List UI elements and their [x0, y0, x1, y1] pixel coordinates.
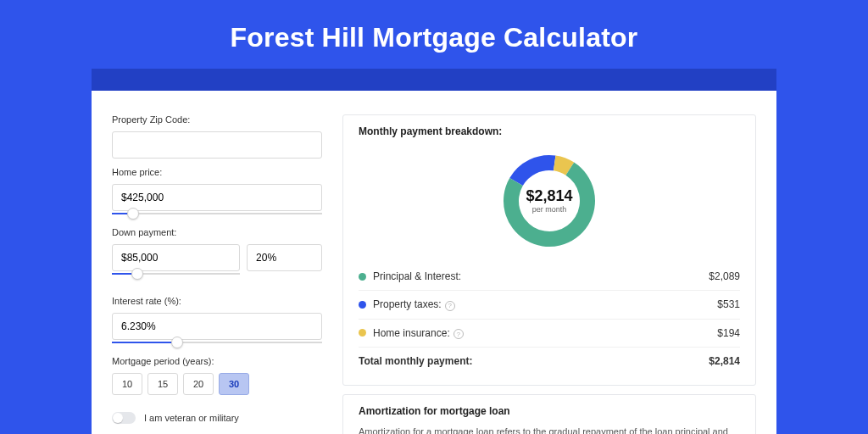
period-group-wrap: Mortgage period (years): 10152030 [112, 356, 322, 395]
total-value: $2,814 [709, 355, 740, 367]
price-slider[interactable] [112, 210, 322, 217]
rate-slider[interactable] [112, 339, 322, 346]
breakdown-row: Principal & Interest:$2,089 [359, 263, 740, 291]
donut-chart-wrap: $2,814 per month [359, 144, 740, 263]
page-root: Forest Hill Mortgage Calculator Property… [0, 0, 868, 434]
legend-dot [359, 273, 366, 281]
price-group: Home price: [112, 167, 322, 217]
breakdown-panel: Monthly payment breakdown: $2,814 per mo… [342, 114, 756, 386]
amortization-title: Amortization for mortgage loan [359, 405, 740, 417]
breakdown-item-value: $194 [717, 327, 740, 339]
down-label: Down payment: [112, 227, 322, 237]
veteran-toggle[interactable] [112, 412, 136, 424]
zip-label: Property Zip Code: [112, 114, 322, 125]
toggle-knob [113, 413, 123, 423]
legend-dot [359, 301, 366, 309]
price-label: Home price: [112, 167, 322, 177]
total-label: Total monthly payment: [359, 355, 709, 367]
amortization-body: Amortization for a mortgage loan refers … [359, 426, 740, 434]
zip-group: Property Zip Code: [112, 114, 322, 159]
donut-slice [509, 155, 555, 186]
rate-group: Interest rate (%): [112, 296, 322, 346]
period-button-group: 10152030 [112, 373, 322, 395]
breakdown-item-value: $2,089 [709, 270, 740, 282]
down-percent-input[interactable] [247, 244, 322, 271]
down-group: Down payment: [112, 227, 322, 287]
form-panel: Property Zip Code: Home price: Down paym… [112, 114, 322, 434]
price-input[interactable] [112, 184, 322, 211]
calculator-card: Property Zip Code: Home price: Down paym… [92, 91, 776, 434]
breakdown-item-label: Principal & Interest: [373, 270, 709, 282]
rate-label: Interest rate (%): [112, 296, 322, 306]
period-button-20[interactable]: 20 [183, 373, 214, 395]
down-slider[interactable] [112, 270, 240, 277]
breakdown-title: Monthly payment breakdown: [359, 125, 740, 137]
breakdown-item-value: $531 [717, 298, 740, 310]
period-button-15[interactable]: 15 [147, 373, 178, 395]
legend-dot [359, 329, 366, 337]
breakdown-item-label: Home insurance:? [373, 327, 717, 340]
breakdown-rows: Principal & Interest:$2,089Property taxe… [359, 263, 740, 348]
veteran-row: I am veteran or military [112, 412, 322, 424]
breakdown-row: Home insurance:?$194 [359, 320, 740, 348]
zip-input[interactable] [112, 131, 322, 159]
breakdown-item-label: Property taxes:? [373, 298, 717, 311]
donut-center-sub: per month [532, 205, 567, 214]
info-icon[interactable]: ? [445, 301, 455, 311]
period-label: Mortgage period (years): [112, 356, 322, 366]
breakdown-total-row: Total monthly payment: $2,814 [359, 348, 740, 375]
amortization-panel: Amortization for mortgage loan Amortizat… [342, 394, 756, 434]
donut-chart: $2,814 per month [490, 147, 609, 254]
info-icon[interactable]: ? [453, 329, 464, 339]
rate-input[interactable] [112, 313, 322, 340]
period-button-30[interactable]: 30 [219, 373, 249, 395]
header-stripe [92, 69, 776, 91]
period-button-10[interactable]: 10 [112, 373, 142, 395]
donut-center-value: $2,814 [526, 187, 572, 204]
breakdown-row: Property taxes:?$531 [359, 291, 740, 320]
down-amount-input[interactable] [112, 244, 240, 271]
veteran-label: I am veteran or military [144, 413, 239, 423]
results-column: Monthly payment breakdown: $2,814 per mo… [342, 114, 756, 434]
page-title: Forest Hill Mortgage Calculator [0, 0, 868, 69]
